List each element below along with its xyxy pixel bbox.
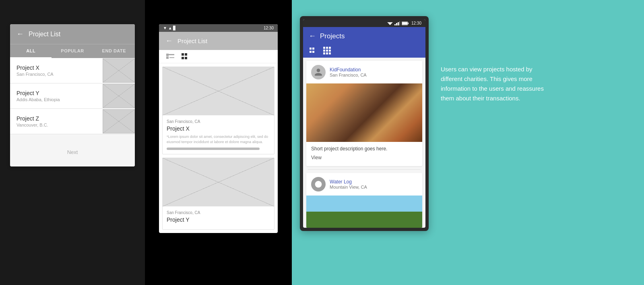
card1-image-placeholder [163,67,274,115]
card1-org-name: KidFoundation [330,67,367,73]
tab-all[interactable]: ALL [10,44,52,58]
card2-title: Project Y [167,216,270,223]
project-y-location: Addis Ababa, Ethiopia [17,97,96,102]
project-z-name: Project Z [17,115,96,122]
project-y-text: Project Y Addis Ababa, Ethiopia [10,83,103,108]
phone2-title: Project List [178,37,207,44]
view-button[interactable]: View [311,155,417,162]
project-z-location: Vancouver, B.C. [17,123,96,127]
phone3-device: 12:30 ← Projects [300,16,429,231]
phone-2-mockup: ▼ ▲ ▊ 12:30 ← Project List [159,24,278,233]
card2-image-placeholder [163,158,274,206]
card1-org-info: KidFoundation San Francisco, CA [330,67,367,77]
phone3-status-icons [387,21,409,25]
svg-rect-4 [398,22,399,25]
card-divider [308,169,421,170]
card1-progress-bar [167,148,260,150]
card2-body: San Francisco, CA Project Y [163,206,274,229]
card2-avatar [311,177,326,191]
right-section: 12:30 ← Projects [292,0,644,285]
project-x-thumb [103,58,135,83]
phone2-status-bar: ▼ ▲ ▊ 12:30 [159,24,278,32]
phone1-title: Project List [29,31,60,38]
svg-rect-8 [402,22,407,25]
phone3-list-icon[interactable] [309,47,315,54]
project-x-text: Project X San Francisco, CA [10,58,103,83]
phone1-tabs: ALL POPULAR END DATE [10,44,135,58]
wireframe-card-2[interactable]: San Francisco, CA Project Y [162,158,275,230]
phone3-wrapper: 12:30 ← Projects [300,16,429,231]
card1-org-location: San Francisco, CA [330,73,367,77]
phone3-screen: 12:30 ← Projects [303,19,425,228]
card2-project-image [306,196,422,228]
card1-body: Short project description goes here. Vie… [306,142,422,166]
wireframe-card-1[interactable]: San Francisco, CA Project X *Lorem ipsum… [162,67,275,154]
card1-header: KidFoundation San Francisco, CA [306,61,422,83]
phone3-status-bar: 12:30 [303,19,425,27]
card1-title: Project X [167,125,270,132]
project-y-thumb [103,84,135,108]
phone3-time: 12:30 [411,21,421,25]
list-item[interactable]: Project Y Addis Ababa, Ethiopia [10,83,135,109]
next-button[interactable]: Next [10,144,135,161]
project-x-name: Project X [17,64,96,71]
phone2-back-icon[interactable]: ← [165,37,173,45]
description-section: Users can view projects hosted by differ… [441,16,553,103]
signal-icon [394,21,400,25]
svg-rect-7 [408,23,409,24]
project-card-1[interactable]: KidFoundation San Francisco, CA Short pr… [306,61,422,166]
list-item[interactable]: Project X San Francisco, CA [10,58,135,83]
grid-view-icon[interactable] [182,53,188,60]
svg-marker-1 [388,23,392,25]
phone2-view-toggle [159,50,278,63]
card2-org-info: Water Log Mountain View, CA [330,179,367,189]
card1-project-image [306,83,422,142]
description-text: Users can view projects hosted by differ… [441,64,553,103]
list-item[interactable]: Project Z Vancouver, B.C. [10,109,135,134]
phone-1-mockup: ← Project List ALL POPULAR END DATE Proj… [10,24,135,166]
person-icon [314,68,323,77]
card2-org-name: Water Log [330,179,367,185]
battery-icon [402,21,409,25]
project-card-2[interactable]: Water Log Mountain View, CA [306,173,422,228]
project-z-thumb [103,109,135,133]
card2-location: San Francisco, CA [167,210,270,215]
card1-location: San Francisco, CA [167,119,270,124]
project-y-name: Project Y [17,90,96,96]
card2-header: Water Log Mountain View, CA [306,173,422,196]
phone2-status-icons: ▼ ▲ ▊ [163,26,176,30]
tab-end-date[interactable]: END DATE [93,44,135,58]
list-view-icon[interactable] [165,53,175,60]
card1-body: San Francisco, CA Project X *Lorem ipsum… [163,115,274,154]
phone1-back-icon[interactable]: ← [17,30,24,38]
middle-section: ▼ ▲ ▊ 12:30 ← Project List [145,0,292,285]
phone3-grid-icon[interactable] [323,47,331,54]
phone2-header: ← Project List [159,32,278,50]
left-section: ← Project List ALL POPULAR END DATE Proj… [0,0,145,285]
card2-org-location: Mountain View, CA [330,185,367,189]
project-x-location: San Francisco, CA [17,72,96,77]
phone3-view-toggle [303,45,425,58]
card1-description: *Lorem ipsum dolor sit amet, consectetur… [167,134,270,144]
phone2-time: 12:30 [264,26,274,30]
tab-popular[interactable]: POPULAR [52,44,93,58]
phone3-back-icon[interactable]: ← [309,32,316,40]
water-drop-icon [314,180,322,188]
project-z-text: Project Z Vancouver, B.C. [10,109,103,134]
phone1-header: ← Project List [10,24,135,44]
svg-rect-3 [396,23,397,25]
svg-rect-2 [394,24,396,25]
phone3-header: ← Projects [303,27,425,45]
card1-avatar [311,65,326,79]
card1-desc: Short project description goes here. [311,146,417,152]
wifi-icon [387,21,393,25]
phone3-title: Projects [320,32,345,40]
svg-rect-5 [399,21,400,25]
